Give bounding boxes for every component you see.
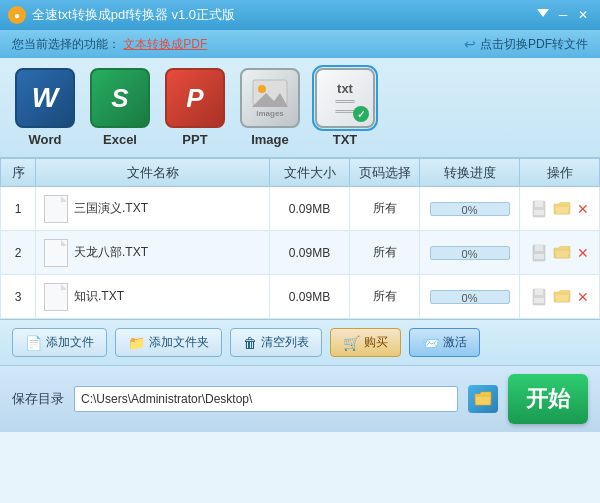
app-title: 全速txt转换成pdf转换器 v1.0正式版 — [32, 6, 235, 24]
image-label: Image — [251, 132, 289, 147]
subtitle-bar: 您当前选择的功能： 文本转换成PDF ↩ 点击切换PDF转文件 — [0, 30, 600, 58]
image-svg-icon — [252, 79, 288, 107]
cell-actions: ✕ — [520, 275, 600, 319]
cell-pages: 所有 — [350, 231, 420, 275]
cell-size: 0.09MB — [270, 187, 350, 231]
tool-word[interactable]: W Word — [15, 68, 75, 147]
progress-bar: 0% — [430, 246, 510, 260]
cell-filename: 三国演义.TXT — [36, 187, 270, 231]
file-doc-icon — [44, 195, 68, 223]
app-logo: ● — [8, 6, 26, 24]
tools-area: W Word S Excel P PPT images Image — [0, 58, 600, 158]
progress-text: 0% — [431, 203, 509, 217]
table-body: 1 三国演义.TXT 0.09MB 所有 0% — [1, 187, 600, 319]
clear-label: 清空列表 — [261, 334, 309, 351]
image-icon-box: images — [240, 68, 300, 128]
save-path-label: 保存目录 — [12, 390, 64, 408]
tool-excel[interactable]: S Excel — [90, 68, 150, 147]
cell-progress: 0% — [420, 187, 520, 231]
save-path-input[interactable] — [74, 386, 458, 412]
minimize-dash-button[interactable]: ─ — [554, 6, 572, 24]
file-table: 序 文件名称 文件大小 页码选择 转换进度 操作 1 三国演义.TXT 0.09… — [0, 158, 600, 319]
action-icons: ✕ — [528, 244, 591, 262]
open-folder-icon[interactable] — [553, 289, 571, 305]
cell-index: 2 — [1, 231, 36, 275]
col-size: 文件大小 — [270, 159, 350, 187]
tool-ppt[interactable]: P PPT — [165, 68, 225, 147]
save-file-icon[interactable] — [531, 244, 547, 262]
cell-progress: 0% — [420, 275, 520, 319]
progress-bar: 0% — [430, 290, 510, 304]
minimize-icon — [537, 9, 549, 21]
purchase-button[interactable]: 🛒 购买 — [330, 328, 401, 357]
excel-icon-box: S — [90, 68, 150, 128]
cell-size: 0.09MB — [270, 231, 350, 275]
table-header: 序 文件名称 文件大小 页码选择 转换进度 操作 — [1, 159, 600, 187]
save-file-icon[interactable] — [531, 200, 547, 218]
col-action: 操作 — [520, 159, 600, 187]
start-button[interactable]: 开始 — [508, 374, 588, 424]
progress-text: 0% — [431, 247, 509, 261]
title-bar: ● 全速txt转换成pdf转换器 v1.0正式版 ─ ✕ — [0, 0, 600, 30]
cell-actions: ✕ — [520, 231, 600, 275]
purchase-label: 购买 — [364, 334, 388, 351]
tool-image[interactable]: images Image — [240, 68, 300, 147]
txt-lines2: ═══ — [335, 106, 354, 116]
svg-rect-12 — [534, 298, 544, 303]
activate-icon: 📨 — [422, 335, 439, 351]
save-path-area: 保存目录 开始 — [0, 365, 600, 432]
activate-label: 激活 — [443, 334, 467, 351]
cell-filename: 天龙八部.TXT — [36, 231, 270, 275]
col-progress: 转换进度 — [420, 159, 520, 187]
action-icons: ✕ — [528, 200, 591, 218]
image-icon-inner: images — [252, 79, 288, 118]
ppt-icon-box: P — [165, 68, 225, 128]
table-row: 1 三国演义.TXT 0.09MB 所有 0% — [1, 187, 600, 231]
browse-folder-button[interactable] — [468, 385, 498, 413]
current-func-link[interactable]: 文本转换成PDF — [123, 37, 207, 51]
subtitle-prefix: 您当前选择的功能： — [12, 37, 120, 51]
excel-letter: S — [111, 83, 128, 114]
open-folder-icon[interactable] — [553, 245, 571, 261]
svg-rect-9 — [534, 254, 544, 259]
window-controls: ─ ✕ — [534, 6, 592, 24]
arrow-left-icon: ↩ — [464, 36, 476, 52]
delete-icon[interactable]: ✕ — [577, 289, 589, 305]
svg-rect-8 — [535, 245, 543, 251]
word-letter: W — [32, 82, 58, 114]
switch-pdf-link[interactable]: ↩ 点击切换PDF转文件 — [464, 36, 588, 53]
add-file-label: 添加文件 — [46, 334, 94, 351]
tool-txt[interactable]: txt ═══ ═══ ✓ TXT — [315, 68, 375, 147]
svg-point-2 — [258, 85, 266, 93]
activate-button[interactable]: 📨 激活 — [409, 328, 480, 357]
progress-bar: 0% — [430, 202, 510, 216]
svg-rect-6 — [534, 210, 544, 215]
ppt-letter: P — [186, 83, 203, 114]
svg-rect-11 — [535, 289, 543, 295]
col-index: 序 — [1, 159, 36, 187]
add-folder-button[interactable]: 📁 添加文件夹 — [115, 328, 222, 357]
ppt-label: PPT — [182, 132, 207, 147]
open-folder-icon[interactable] — [553, 201, 571, 217]
delete-icon[interactable]: ✕ — [577, 245, 589, 261]
file-doc-icon — [44, 283, 68, 311]
add-file-button[interactable]: 📄 添加文件 — [12, 328, 107, 357]
txt-icon-box: txt ═══ ═══ ✓ — [315, 68, 375, 128]
file-table-container: 序 文件名称 文件大小 页码选择 转换进度 操作 1 三国演义.TXT 0.09… — [0, 158, 600, 319]
word-label: Word — [29, 132, 62, 147]
txt-lines: ═══ — [335, 96, 354, 106]
cell-progress: 0% — [420, 231, 520, 275]
svg-rect-5 — [535, 201, 543, 207]
minimize-button[interactable] — [534, 6, 552, 24]
table-row: 3 知识.TXT 0.09MB 所有 0% ✕ — [1, 275, 600, 319]
delete-icon[interactable]: ✕ — [577, 201, 589, 217]
cell-filename: 知识.TXT — [36, 275, 270, 319]
save-file-icon[interactable] — [531, 288, 547, 306]
close-button[interactable]: ✕ — [574, 6, 592, 24]
clear-list-button[interactable]: 🗑 清空列表 — [230, 328, 322, 357]
txt-text: txt — [337, 81, 353, 96]
txt-label: TXT — [333, 132, 358, 147]
folder-browse-icon — [474, 391, 492, 407]
add-file-icon: 📄 — [25, 335, 42, 351]
action-icons: ✕ — [528, 288, 591, 306]
